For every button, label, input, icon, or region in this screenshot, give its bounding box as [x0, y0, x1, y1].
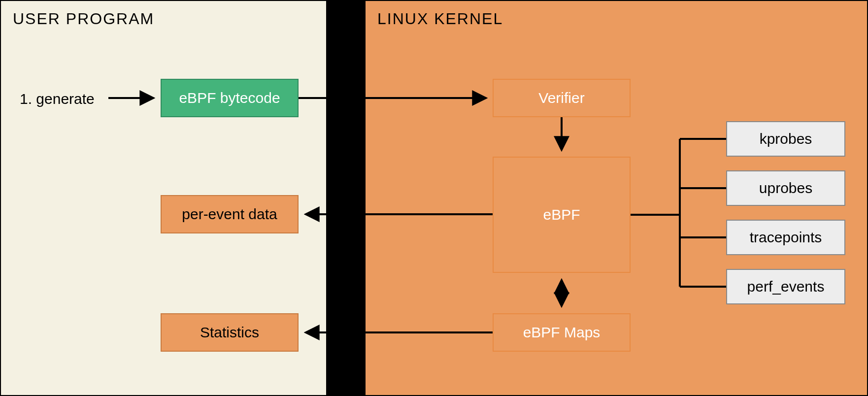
verifier-box: Verifier — [493, 79, 631, 117]
linux-kernel-title: LINUX KERNEL — [377, 10, 503, 28]
kprobes-box: kprobes — [726, 121, 845, 157]
per-event-data-box: per-event data — [161, 195, 299, 233]
tracepoints-box: tracepoints — [726, 220, 845, 255]
ebpf-bytecode-box: eBPF bytecode — [161, 79, 299, 117]
ebpf-maps-box: eBPF Maps — [493, 313, 631, 352]
perf-events-box: perf_events — [726, 269, 845, 304]
user-program-title: USER PROGRAM — [13, 10, 154, 28]
uprobes-box: uprobes — [726, 170, 845, 206]
generate-step-label: 1. generate — [20, 91, 95, 107]
ebpf-box: eBPF — [493, 157, 631, 273]
statistics-box: Statistics — [161, 313, 299, 352]
